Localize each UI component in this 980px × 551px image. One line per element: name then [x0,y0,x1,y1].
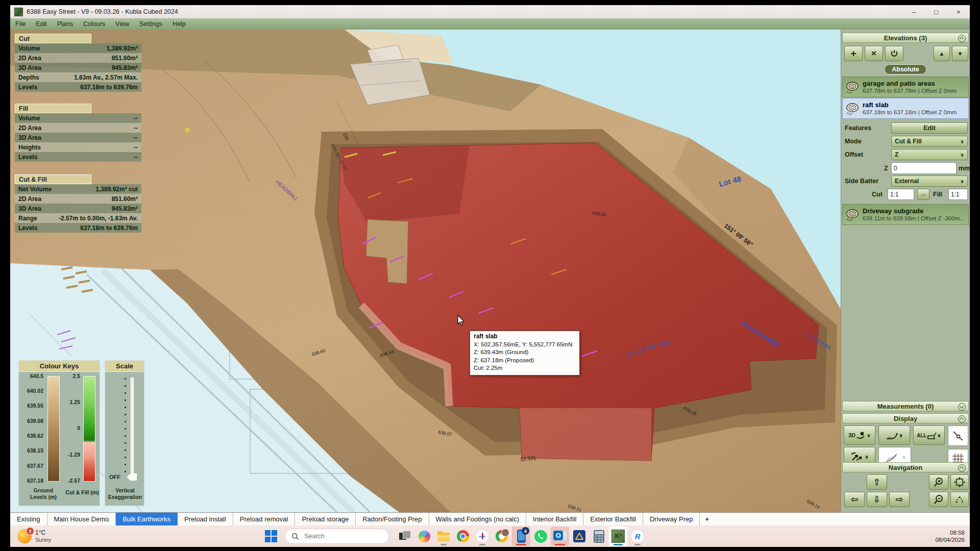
safety-app-icon[interactable] [570,527,589,546]
offset-dropdown[interactable]: Z∨ [891,149,968,160]
taskbar-search[interactable] [285,529,389,544]
expand-icon[interactable] [958,403,966,411]
orbit-icon [855,431,866,439]
fill-stats-panel: Fill Volume-- 2D Area-- 3D Area-- Height… [15,104,141,162]
measurements-header[interactable]: Measurements (0) [842,401,969,411]
windows-taskbar: 2 1°C Sunny 4 [10,525,970,547]
sun-icon: 2 [17,529,32,543]
stat-row: 3D Area-- [15,133,141,142]
tab-radon-footing-prep[interactable]: Radon/Footing Prep [356,513,429,525]
add-tab-button[interactable]: + [700,513,714,525]
display-header[interactable]: Display [842,413,969,423]
fill-panel-title: Fill [15,104,91,113]
side-batter-dropdown[interactable]: External∨ [891,176,968,187]
tab-interior-backfill[interactable]: Interior Backfill [526,513,583,525]
calculator-icon[interactable] [590,527,608,546]
fill-batter-input[interactable]: 1:1 [948,189,968,200]
navigation-header[interactable]: Navigation [842,462,969,472]
tab-preload-install[interactable]: Preload install [178,513,233,525]
collapse-icon[interactable] [958,464,966,472]
elevations-header[interactable]: Elevations (3) [842,33,969,43]
pan-left-button[interactable]: ⇦ [844,492,865,507]
slope-icon [886,430,899,440]
cut-batter-input[interactable]: 1:1 [888,189,914,200]
reincubate-icon[interactable]: R [628,527,647,546]
z-offset-input[interactable]: 0 [891,162,957,174]
task-view-icon[interactable] [396,527,414,546]
outlook-letter: O [553,531,563,540]
window-titlebar: 6388 Easy Street - V9 - 09.03.26 - Kubla… [10,5,970,18]
chevron-down-icon: ∨ [867,433,871,438]
search-input[interactable] [303,532,382,540]
view-3d-button[interactable]: 3D ∨ [844,425,875,445]
chrome-profile-icon[interactable] [493,527,511,546]
close-button[interactable]: × [947,5,970,18]
menu-file[interactable]: File [10,18,31,30]
slack-icon[interactable] [473,527,492,546]
tab-bulk-earthworks[interactable]: Bulk Earthworks [116,513,178,525]
elevation-item-raft-slab[interactable]: raft slab 637.18m to 637.18m | Offset Z … [842,98,969,119]
add-elevation-button[interactable]: + [844,46,863,61]
show-all-button[interactable]: ALL ∨ [913,425,945,445]
tab-exterior-backfill[interactable]: Exterior Backfill [583,513,643,525]
zoom-extents-button[interactable] [950,474,969,490]
tab-preload-removal[interactable]: Preload removal [233,513,296,525]
mode-dropdown[interactable]: Cut & Fill∨ [891,136,968,147]
copilot-icon[interactable] [415,527,433,546]
cutfill-colorbar [83,376,95,482]
tab-driveway-prep[interactable]: Driveway Prep [643,513,700,525]
phone-handset-icon [537,533,544,540]
collapse-icon[interactable] [958,35,966,42]
menu-view[interactable]: View [110,18,134,30]
elevation-item-garage[interactable]: garage and patio areas 637.78m to 637.78… [842,77,969,97]
maximize-button[interactable]: □ [925,5,947,18]
phone-link-icon[interactable]: 4 [512,527,530,546]
tab-main-house-demo[interactable]: Main House Demo [47,513,116,525]
move-down-button[interactable]: ▼ [952,46,968,61]
zoom-out-button[interactable] [929,492,948,507]
swap-batter-button[interactable]: ⇔ [917,189,929,200]
vertical-exaggeration-track[interactable] [130,377,134,481]
outlook-icon[interactable]: O [551,527,569,546]
edit-features-button[interactable]: Edit [891,122,968,134]
minimize-button[interactable]: – [902,5,925,18]
terrain-view-button[interactable]: ∨ [878,425,910,445]
move-up-button[interactable]: ▲ [934,46,950,61]
stat-row: Volume1,389.92m³ [15,43,141,53]
menu-plans[interactable]: Plans [52,18,78,30]
taskbar-clock[interactable]: 08:58 08/04/2026 [935,529,965,543]
pan-right-button[interactable]: ⇨ [889,492,910,507]
toggle-elevation-button[interactable] [885,46,903,61]
pan-up-button[interactable]: ⇧ [867,474,887,490]
start-button[interactable] [264,530,278,543]
feature-lines-toggle[interactable] [948,425,968,446]
zoom-in-button[interactable] [929,474,948,490]
tab-preload-storage[interactable]: Preload storage [295,513,356,525]
collapse-icon[interactable] [958,415,966,423]
file-explorer-icon[interactable] [434,527,453,546]
menu-edit[interactable]: Edit [31,18,52,30]
slab-info-tooltip: raft slab X: 502,357.56mE, Y: 5,552,777.… [470,331,580,375]
pan-down-button[interactable]: ⇩ [867,492,887,507]
stat-row: 3D Area945.83m² [15,63,141,72]
menu-settings[interactable]: Settings [134,18,167,30]
menu-colours[interactable]: Colours [78,18,110,30]
menu-help[interactable]: Help [167,18,191,30]
arrow-right-icon: ⇨ [895,494,903,505]
kubla-cubed-icon[interactable]: K³ [609,527,627,546]
weather-widget[interactable]: 2 1°C Sunny [17,529,51,543]
orbit-view-button[interactable] [950,492,969,507]
chevron-down-icon: ∨ [865,454,869,460]
tab-existing[interactable]: Existing [10,513,47,525]
elevation-item-driveway[interactable]: Driveway subgrade 639.11m to 639.58m | O… [842,204,969,225]
z-label: Z [884,165,888,172]
sheet-tabs: Existing Main House Demo Bulk Earthworks… [10,512,970,525]
tab-walls-and-footings[interactable]: Walls and Footings (no calc) [429,513,527,525]
cut-panel-title: Cut [15,34,91,43]
vertical-exaggeration-handle[interactable] [127,473,137,481]
delete-elevation-button[interactable]: × [865,46,883,61]
tooltip-ground: Z: 639.43m (Ground) [474,348,576,357]
whatsapp-icon[interactable] [531,527,550,546]
right-sidebar: Elevations (3) + × ▲ ▼ Absolute garage a… [841,30,970,512]
chrome-icon[interactable] [454,527,472,546]
